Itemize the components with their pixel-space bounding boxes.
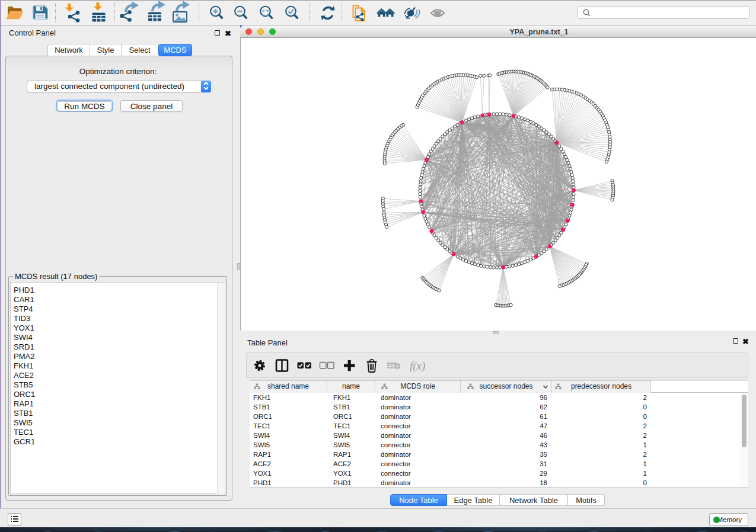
- svg-text:f(x): f(x): [410, 360, 425, 373]
